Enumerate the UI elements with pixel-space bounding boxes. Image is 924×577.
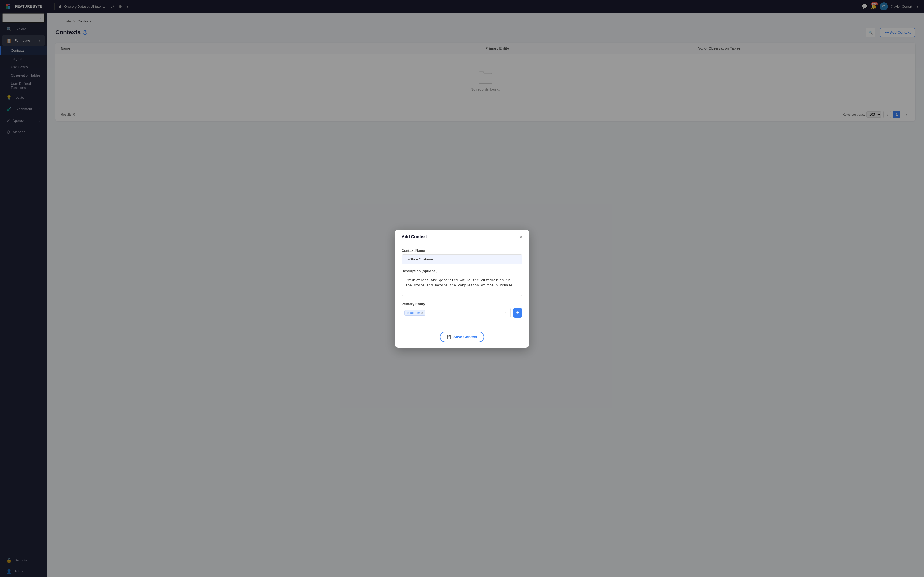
save-context-label: Save Context [453, 335, 477, 339]
modal-body: Context Name Description (optional) Pred… [395, 243, 529, 328]
entity-add-button[interactable]: + [513, 308, 522, 318]
customer-entity-label: customer [407, 311, 420, 315]
primary-entity-label: Primary Entity [402, 302, 522, 306]
entity-input-row: customer × × + [402, 308, 522, 318]
modal-overlay: Add Context × Context Name Description (… [0, 0, 924, 577]
modal-footer: 💾 Save Context [395, 328, 529, 348]
entity-clear-button[interactable]: × [503, 311, 508, 315]
description-group: Description (optional) Predictions are g… [402, 269, 522, 297]
add-context-modal: Add Context × Context Name Description (… [395, 230, 529, 348]
description-textarea[interactable]: Predictions are generated while the cust… [402, 275, 522, 296]
primary-entity-group: Primary Entity customer × × + [402, 302, 522, 318]
modal-close-button[interactable]: × [519, 234, 522, 239]
modal-header: Add Context × [395, 230, 529, 243]
clear-icon: × [505, 311, 507, 315]
entity-tag-remove-button[interactable]: × [421, 311, 423, 315]
customer-entity-tag: customer × [405, 310, 425, 316]
context-name-label: Context Name [402, 249, 522, 253]
description-label: Description (optional) [402, 269, 522, 273]
add-entity-icon: + [516, 309, 519, 316]
context-name-input[interactable] [402, 254, 522, 264]
entity-input-box: customer × × [402, 308, 511, 318]
modal-title: Add Context [402, 234, 427, 239]
save-icon: 💾 [447, 335, 451, 339]
save-context-button[interactable]: 💾 Save Context [440, 332, 484, 342]
context-name-group: Context Name [402, 249, 522, 264]
